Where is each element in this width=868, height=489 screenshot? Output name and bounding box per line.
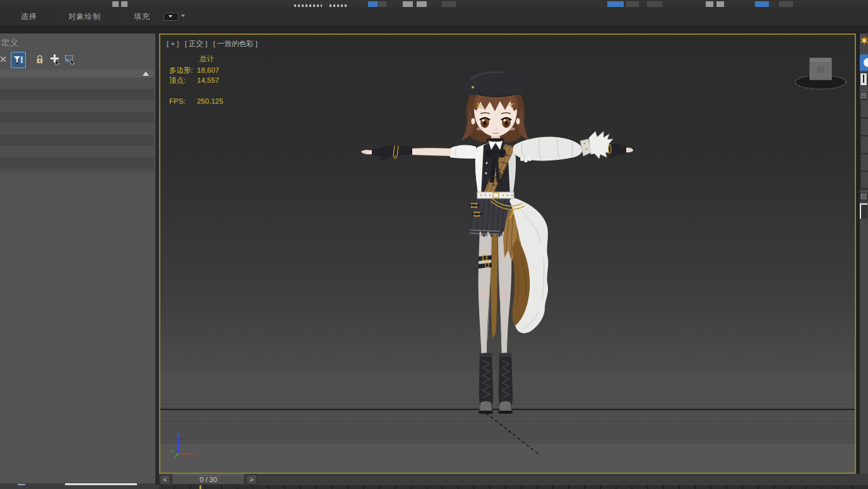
toolbar-partial-icon[interactable] (647, 1, 662, 7)
collapse-icon[interactable]: − (861, 93, 866, 98)
toolbar-partial-icon[interactable] (626, 1, 639, 7)
ribbon-separator (58, 9, 59, 23)
command-panel-cutoff: − − (860, 33, 868, 489)
viewport-menu-shading[interactable]: [ 一致的色彩 ] (213, 40, 258, 47)
toolbar-partial-icon[interactable] (716, 1, 724, 7)
bottom-left-strip (0, 485, 159, 489)
sort-arrow-icon[interactable] (143, 71, 149, 76)
axis-y-label: y (170, 447, 174, 454)
toolbar-partial-icon-active[interactable] (755, 1, 769, 7)
stats-total-header: 总计 (199, 54, 223, 64)
main-toolbar-cutoff (0, 0, 868, 7)
rollout-header[interactable]: − (860, 90, 868, 100)
ribbon-tab-object-paint[interactable]: 对象绘制 (68, 11, 101, 22)
funnel-glyph (13, 55, 23, 65)
panel-title: 定义 (1, 37, 19, 49)
axis-z-label: Z (177, 432, 181, 438)
list-edge (860, 101, 868, 190)
icon-separator (29, 53, 30, 66)
starburst-icon[interactable] (860, 36, 868, 45)
field-edge (860, 203, 867, 219)
list-header[interactable] (0, 69, 154, 78)
ribbon-separator (158, 9, 159, 23)
viewport-label: [ + ] [ 正交 ] [ 一致的色彩 ] (167, 39, 261, 49)
geometry-icon[interactable] (860, 54, 868, 71)
toolbar-partial-icon[interactable] (112, 1, 119, 7)
time-slider-handle[interactable]: 0 / 30 (172, 474, 245, 485)
toolbar-partial-icon[interactable] (403, 1, 413, 7)
track-bar[interactable] (159, 485, 868, 489)
toolbar-partial-icon[interactable] (706, 1, 713, 7)
viewcube-front-label[interactable]: 前 (817, 65, 825, 75)
screen-icon (163, 13, 179, 21)
select-box-icon[interactable] (63, 52, 77, 67)
ribbon-tab-populate[interactable]: 填充 (134, 11, 150, 22)
character-model[interactable] (357, 68, 634, 460)
rollout-header[interactable]: − (860, 191, 868, 202)
ribbon-tab-select[interactable]: 选择 (21, 11, 37, 22)
stats-verts-label: 顶点: (169, 75, 197, 85)
ribbon-dropdown-button[interactable] (163, 12, 189, 21)
next-frame-button[interactable]: > (246, 474, 257, 485)
chevron-down-icon (181, 15, 185, 17)
toolbar-partial-icon[interactable] (121, 1, 128, 7)
toolbar-partial-icon[interactable] (779, 1, 793, 7)
stats-fps-value: 250.125 (197, 97, 223, 105)
empty-list-rows[interactable] (0, 78, 154, 172)
ribbon-lower-strip (0, 25, 868, 33)
stats-verts-value: 14,557 (197, 76, 219, 84)
toolbar-partial-icon[interactable] (378, 1, 386, 7)
stats-polys-label: 多边形: (169, 65, 197, 75)
ribbon-bar: 选择 对象绘制 填充 (0, 7, 868, 26)
world-axis-tripod: Z x y (167, 432, 211, 463)
previous-frame-button[interactable]: < (160, 474, 170, 485)
toolbar-partial-icon[interactable] (417, 1, 427, 7)
viewcube[interactable]: 前 (792, 54, 855, 93)
time-slider-row: < 0 / 30 > (159, 474, 868, 485)
filter-icon[interactable] (11, 52, 26, 68)
close-icon[interactable]: ✕ (0, 52, 10, 67)
left-docked-panel: 定义 ✕ (0, 33, 155, 489)
lock-icon[interactable] (33, 52, 47, 67)
add-cursor-icon[interactable] (48, 52, 62, 67)
ribbon-separator (124, 9, 125, 23)
toolbar-partial-icon[interactable] (442, 1, 456, 7)
viewport-statistics: 总计 多边形:18,607 顶点:14,557 FPS:250.125 (169, 54, 223, 106)
stats-fps-label: FPS: (169, 96, 197, 106)
axis-x-label: x (195, 451, 198, 457)
collapse-icon[interactable]: − (861, 194, 866, 199)
frame-marker[interactable] (199, 485, 201, 489)
viewport-menu-pov[interactable]: [ 正交 ] (185, 40, 208, 47)
viewport[interactable]: [ + ] [ 正交 ] [ 一致的色彩 ] 总计 多边形:18,607 顶点:… (159, 33, 856, 474)
toolbar-partial-icon-active[interactable] (607, 1, 624, 7)
viewport-menu-general[interactable]: [ + ] (167, 40, 179, 47)
shapes-icon[interactable] (860, 73, 867, 86)
bone-link-line (486, 413, 540, 455)
stats-polys-value: 18,607 (197, 66, 219, 74)
